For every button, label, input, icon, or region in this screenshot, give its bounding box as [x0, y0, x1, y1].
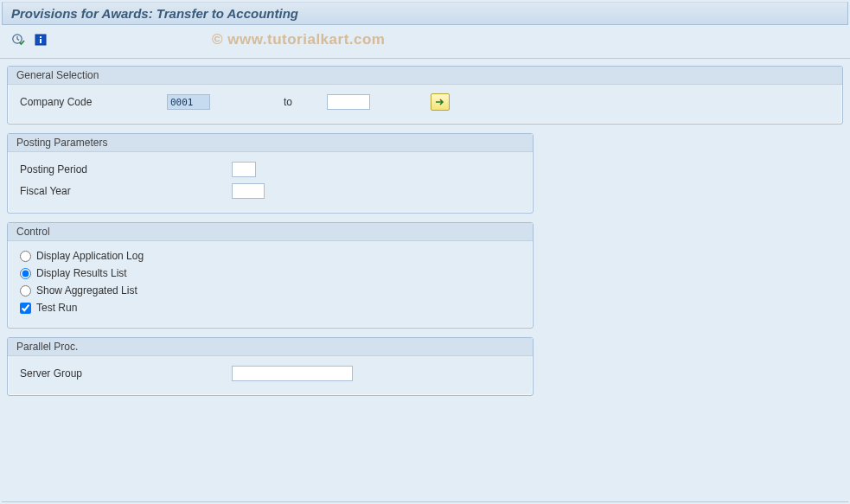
group-posting-parameters: Posting Parameters Posting Period Fiscal…: [7, 133, 534, 214]
posting-period-label: Posting Period: [20, 163, 232, 175]
test-run-checkbox[interactable]: [20, 303, 31, 314]
group-title-general: General Selection: [8, 67, 842, 85]
footer-divider: [2, 500, 848, 502]
arrow-right-icon: [435, 96, 445, 109]
company-code-from-input[interactable]: [167, 94, 210, 110]
content-area: General Selection Company Code to: [0, 62, 850, 408]
server-group-label: Server Group: [20, 367, 232, 380]
info-icon: [35, 34, 47, 48]
display-app-log-radio[interactable]: [20, 251, 31, 262]
company-code-label: Company Code: [20, 96, 167, 108]
group-parallel-proc: Parallel Proc. Server Group: [7, 337, 534, 396]
multiple-selection-button[interactable]: [431, 93, 450, 111]
info-button[interactable]: [31, 32, 50, 49]
fiscal-year-input[interactable]: [232, 183, 265, 199]
to-label: to: [284, 96, 292, 108]
execute-button[interactable]: [9, 32, 28, 49]
group-control: Control Display Application Log Display …: [7, 222, 534, 329]
company-code-to-input[interactable]: [327, 94, 370, 110]
display-results-label: Display Results List: [36, 267, 127, 279]
show-aggregated-label: Show Aggregated List: [36, 284, 137, 297]
toolbar: [0, 27, 850, 59]
server-group-input[interactable]: [232, 366, 353, 381]
display-app-log-label: Display Application Log: [36, 250, 144, 262]
test-run-label: Test Run: [36, 302, 77, 314]
show-aggregated-radio[interactable]: [20, 285, 31, 297]
clock-check-icon: [11, 33, 25, 49]
svg-rect-2: [40, 36, 42, 38]
posting-period-input[interactable]: [232, 162, 256, 177]
group-title-parallel: Parallel Proc.: [8, 338, 533, 356]
group-title-posting: Posting Parameters: [8, 134, 533, 152]
display-results-radio[interactable]: [20, 268, 31, 279]
group-general-selection: General Selection Company Code to: [7, 66, 843, 124]
fiscal-year-label: Fiscal Year: [20, 185, 232, 197]
group-title-control: Control: [8, 223, 533, 241]
svg-rect-3: [40, 39, 42, 43]
page-title: Provisions for Awards: Transfer to Accou…: [2, 2, 848, 25]
